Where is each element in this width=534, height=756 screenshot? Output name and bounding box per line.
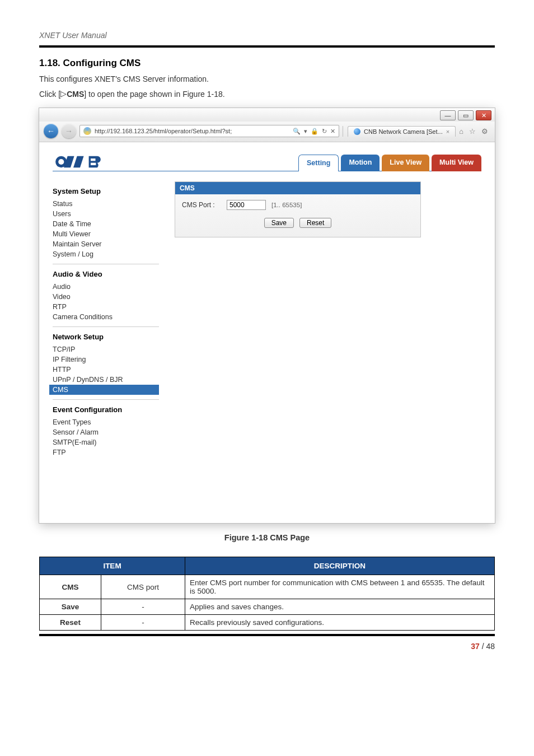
sidebar-item-camera-conditions[interactable]: Camera Conditions [53,312,159,322]
stop-icon[interactable]: ✕ [330,128,335,135]
sidebar-item-upnp-dyndns-bjr[interactable]: UPnP / DynDNS / BJR [53,375,159,385]
sidebar-item-ip-filtering[interactable]: IP Filtering [53,354,159,365]
page-sep: / [480,642,486,651]
page-current: 37 [471,642,480,651]
th-item: ITEM [40,557,185,575]
cell-desc: Applies and saves changes. [185,599,495,615]
sidebar-group-system-setup: System Setup [53,187,159,195]
description-table: ITEM DESCRIPTION CMS CMS port Enter CMS … [39,557,495,631]
sidebar-item-cms[interactable]: CMS [49,385,159,395]
sidebar-item-event-types[interactable]: Event Types [53,417,159,427]
browser-window: — ▭ ✕ ← → http://192.168.123.25/html/ope… [39,108,495,523]
table-row: CMS CMS port Enter CMS port number for c… [40,575,495,599]
sidebar-item-rtp[interactable]: RTP [53,302,159,312]
sidebar-item-video[interactable]: Video [53,292,159,302]
sidebar-item-maintain-server[interactable]: Maintain Server [53,239,159,249]
sidebar-group-event-configuration: Event Configuration [53,405,159,414]
section-number: 1.18. [39,58,60,68]
browser-tab[interactable]: CNB Network Camera [Set... × [348,126,456,137]
sidebar-group-network-setup: Network Setup [53,333,159,341]
cell-item: CMS [40,575,101,599]
section-title-text: Configuring CMS [63,58,141,68]
favorites-icon[interactable]: ☆ [469,127,476,136]
lock-icon: 🔒 [311,128,318,135]
sidebar-item-status[interactable]: Status [53,199,159,209]
cms-port-range: [1.. 65535] [271,202,302,208]
cell-item: Save [40,599,101,615]
tab-setting[interactable]: Setting [298,155,339,171]
tab-multi-view[interactable]: Multi View [432,155,481,171]
th-description: DESCRIPTION [185,557,495,575]
header-rule [39,45,495,48]
svg-rect-3 [73,156,84,167]
sidebar: System Setup Status Users Date & Time Mu… [53,181,159,458]
search-icon[interactable]: 🔍 [293,128,301,135]
intro-post: ] to open the page shown in Figure 1-18. [84,90,224,99]
sidebar-item-sensor-alarm[interactable]: Sensor / Alarm [53,427,159,437]
panel-title: CMS [175,182,420,194]
window-close-button[interactable]: ✕ [476,110,491,120]
window-maximize-button[interactable]: ▭ [458,110,474,120]
cms-panel: CMS CMS Port : [1.. 65535] Save Reset [175,181,421,237]
sidebar-item-multi-viewer[interactable]: Multi Viewer [53,229,159,239]
tab-favicon-icon [354,128,360,135]
intro-line-1: This configures XNET's CMS Server inform… [39,73,495,85]
sidebar-item-ftp[interactable]: FTP [53,447,159,458]
figure-caption: Figure 1-18 CMS Page [39,533,495,542]
sidebar-item-tcpip[interactable]: TCP/IP [53,344,159,354]
table-row: Reset - Recalls previously saved configu… [40,615,495,631]
refresh-icon[interactable]: ↻ [322,128,327,135]
footer-rule [39,634,495,636]
cms-port-label: CMS Port : [182,201,221,209]
nav-forward-button[interactable]: → [62,124,76,138]
cms-port-input[interactable] [227,200,266,210]
cell-desc: Enter CMS port number for communication … [185,575,495,599]
sidebar-item-users[interactable]: Users [53,209,159,219]
address-bar[interactable]: http://192.168.123.25/html/operator/Setu… [79,125,339,137]
sidebar-item-audio[interactable]: Audio [53,282,159,292]
page-total: 48 [486,642,495,651]
cell-sub: CMS port [101,575,185,599]
cell-sub: - [101,599,185,615]
dropdown-icon[interactable]: ▾ [304,128,307,135]
table-row: Save - Applies and saves changes. [40,599,495,615]
tab-label: CNB Network Camera [Set... [364,128,443,135]
intro-pre: Click [ [39,90,60,99]
cell-sub: - [101,615,185,631]
tools-icon[interactable]: ⚙ [481,127,488,136]
sidebar-group-audio-video: Audio & Video [53,270,159,278]
cell-desc: Recalls previously saved configurations. [185,615,495,631]
svg-point-1 [58,159,64,165]
page-footer: 37 / 48 [39,642,495,651]
ie-icon [83,127,91,135]
cnb-logo [53,152,129,171]
save-button[interactable]: Save [264,218,294,228]
sidebar-item-date-time[interactable]: Date & Time [53,219,159,229]
intro-line-2: Click [▷ CMS] to open the page shown in … [39,88,495,100]
url-text: http://192.168.123.25/html/operator/Setu… [95,128,232,134]
section-title: 1.18. Configuring CMS [39,58,495,69]
intro-cmd: CMS [67,90,84,99]
tab-close-icon[interactable]: × [446,128,449,135]
cell-item: Reset [40,615,101,631]
sidebar-item-system-log[interactable]: System / Log [53,249,159,259]
sidebar-item-smtp-email[interactable]: SMTP(E-mail) [53,437,159,447]
tab-motion[interactable]: Motion [341,155,380,171]
reset-button[interactable]: Reset [299,218,331,228]
window-minimize-button[interactable]: — [440,110,456,120]
manual-header: XNET User Manual [39,31,495,43]
nav-back-button[interactable]: ← [44,124,58,138]
svg-rect-5 [91,163,96,165]
sidebar-item-http[interactable]: HTTP [53,365,159,375]
svg-rect-4 [91,158,96,161]
play-icon: ▷ [60,88,67,100]
tab-live-view[interactable]: Live View [382,155,429,171]
home-icon[interactable]: ⌂ [459,127,463,136]
